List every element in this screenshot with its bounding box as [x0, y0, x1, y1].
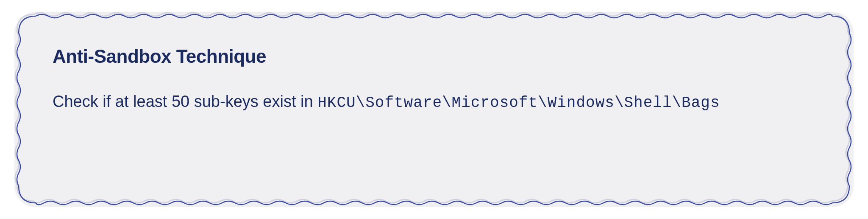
description-text: Check if at least 50 sub-keys exist in — [53, 93, 317, 110]
info-card: Anti-Sandbox Technique Check if at least… — [14, 12, 854, 207]
registry-path: HKCU\Software\Microsoft\Windows\Shell\Ba… — [317, 94, 720, 112]
card-description: Check if at least 50 sub-keys exist in H… — [53, 90, 815, 114]
card-title: Anti-Sandbox Technique — [53, 46, 815, 67]
